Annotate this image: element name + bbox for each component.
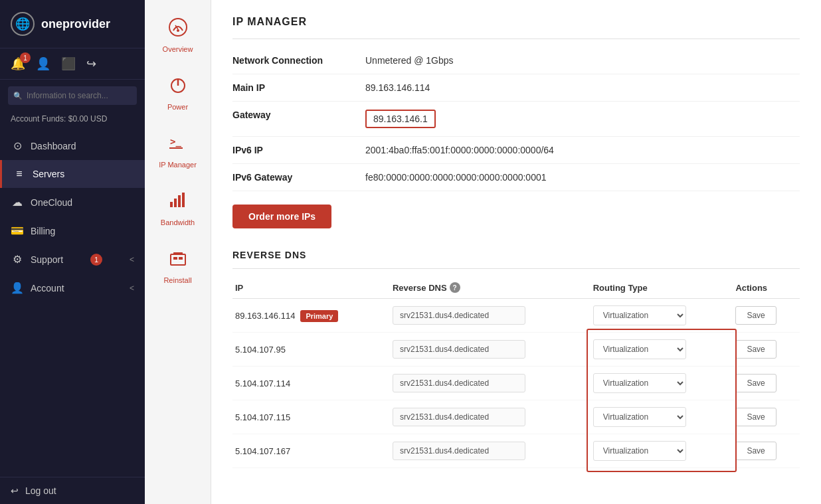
dns-row-reverse [390,400,591,434]
support-badge: 1 [90,254,102,266]
dns-row-reverse [390,434,591,468]
routing-type-select[interactable]: Virtualization [593,305,686,325]
dns-row-ip: 5.104.107.167 [232,434,390,468]
sidebar: 🌐 oneprovider 🔔 1 👤 ⬛ ↪ Account Funds: $… [0,0,145,504]
dns-row-ip: 5.104.107.114 [232,367,390,400]
svg-rect-7 [170,202,173,207]
mid-nav-bandwidth[interactable]: Bandwidth [145,179,211,237]
dns-row-action: Save [733,367,800,400]
mid-nav-bandwidth-label: Bandwidth [161,218,195,226]
save-button[interactable]: Save [735,340,776,359]
sidebar-item-label: Account [31,283,64,294]
save-button[interactable]: Save [735,408,776,426]
svg-rect-9 [178,195,181,207]
mid-nav-ip-manager[interactable]: >_ IP Manager [145,122,211,179]
account-icon: 👤 [11,282,24,294]
svg-rect-14 [173,252,183,254]
sidebar-item-onecloud[interactable]: ☁ OneCloud [0,188,145,216]
svg-rect-11 [171,254,185,265]
logout-label: Log out [25,485,56,496]
dns-row-reverse [390,299,591,333]
mid-nav-power[interactable]: Power [145,64,211,122]
th-ip: IP [232,277,390,299]
routing-type-select[interactable]: Virtualization [593,441,686,461]
dns-row-routing: Virtualization [591,367,733,400]
gateway-row: Gateway 89.163.146.1 [232,102,800,137]
th-routing-type: Routing Type [591,277,733,299]
primary-badge: Primary [300,310,338,322]
table-row: 89.163.146.114PrimaryVirtualizationSave [232,299,800,333]
logo-text: oneprovider [41,17,110,31]
save-button[interactable]: Save [735,442,776,460]
search-input[interactable] [8,86,137,105]
mid-nav-reinstall[interactable]: Reinstall [145,237,211,295]
routing-type-select[interactable]: Virtualization [593,339,686,359]
logo: 🌐 oneprovider [0,0,145,48]
gateway-label: Gateway [232,110,365,128]
dns-row-action: Save [733,400,800,434]
reverse-dns-input[interactable] [393,442,525,460]
mid-nav-overview-label: Overview [163,45,193,53]
reverse-dns-input[interactable] [393,306,525,325]
notifications-badge: 1 [20,52,31,63]
sidebar-item-label: Billing [31,226,55,236]
sidebar-item-servers[interactable]: ≡ Servers [0,160,145,188]
save-button[interactable]: Save [735,306,776,325]
reverse-dns-title: REVERSE DNS [232,250,800,260]
network-connection-value: Unmetered @ 1Gbps [365,55,454,66]
terminal-icon[interactable]: ⬛ [61,56,76,71]
routing-type-select[interactable]: Virtualization [593,407,686,427]
nav-items: ⊙ Dashboard ≡ Servers ☁ OneCloud 💳 Billi… [0,131,145,477]
table-row: 5.104.107.114VirtualizationSave [232,367,800,400]
sidebar-item-dashboard[interactable]: ⊙ Dashboard [0,131,145,160]
ipv6-ip-label: IPv6 IP [232,145,365,155]
bandwidth-icon [168,190,188,214]
table-row: 5.104.107.95VirtualizationSave [232,333,800,367]
dns-row-routing: Virtualization [591,299,733,333]
svg-point-1 [177,29,179,32]
account-funds-label: Account Funds: $0.00 USD [0,112,145,131]
page-title: IP MANAGER [232,16,800,28]
order-more-ips-button[interactable]: Order more IPs [232,205,331,228]
sidebar-item-billing[interactable]: 💳 Billing [0,216,145,245]
dns-row-ip: 89.163.146.114Primary [232,299,390,333]
routing-type-select[interactable]: Virtualization [593,373,686,393]
sidebar-item-support[interactable]: ⚙ Support 1 < [0,245,145,274]
billing-icon: 💳 [11,224,24,237]
gateway-value: 89.163.146.1 [365,110,436,128]
logo-globe-icon: 🌐 [11,12,35,36]
notifications-icon[interactable]: 🔔 1 [11,56,25,71]
overview-icon [168,17,188,41]
table-row: 5.104.107.167VirtualizationSave [232,434,800,468]
profile-icon[interactable]: 👤 [36,56,50,71]
logout-button[interactable]: ↩ Log out [0,477,145,504]
svg-rect-8 [174,199,177,207]
dns-row-reverse [390,367,591,400]
account-chevron-icon: < [130,284,134,293]
ipv6-gateway-row: IPv6 Gateway fe80:0000:0000:0000:0000:00… [232,164,800,191]
reverse-dns-help-icon[interactable]: ? [450,282,460,293]
network-connection-row: Network Connection Unmetered @ 1Gbps [232,47,800,74]
sidebar-item-label: OneCloud [31,197,72,208]
reverse-dns-input[interactable] [393,374,525,392]
ipv6-ip-row: IPv6 IP 2001:4ba0:ffa5:001f:0000:0000:00… [232,137,800,164]
dns-row-routing: Virtualization [591,333,733,367]
reinstall-icon [168,248,188,272]
dns-row-routing: Virtualization [591,400,733,434]
sidebar-item-label: Support [31,254,63,265]
network-connection-label: Network Connection [232,55,365,66]
reverse-dns-input[interactable] [393,340,525,359]
svg-rect-10 [182,193,185,207]
ipv6-ip-value: 2001:4ba0:ffa5:001f:0000:0000:0000:0000/… [365,145,554,155]
dns-row-routing: Virtualization [591,434,733,468]
mid-nav-overview[interactable]: Overview [145,7,211,64]
servers-icon: ≡ [13,168,26,180]
mid-nav-reinstall-label: Reinstall [163,276,191,284]
main-content: IP MANAGER Network Connection Unmetered … [211,0,821,504]
sidebar-item-account[interactable]: 👤 Account < [0,274,145,302]
dns-row-action: Save [733,434,800,468]
table-row: 5.104.107.115VirtualizationSave [232,400,800,434]
reverse-dns-input[interactable] [393,408,525,426]
save-button[interactable]: Save [735,374,776,392]
topbar-logout-icon[interactable]: ↪ [86,56,96,71]
